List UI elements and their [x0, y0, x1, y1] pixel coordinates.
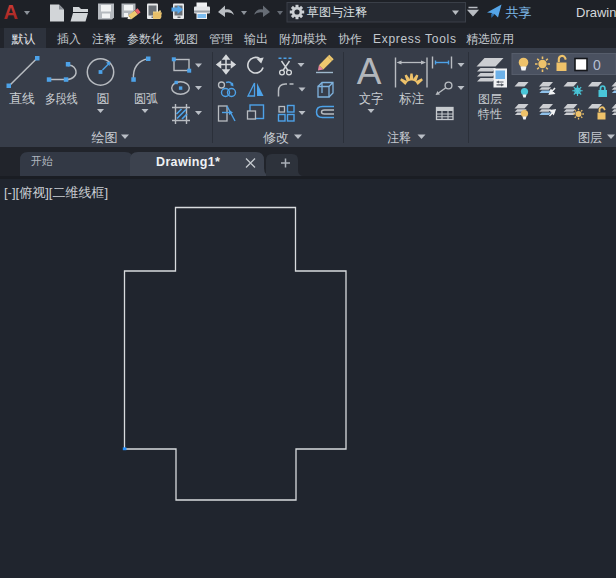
svg-text:A: A — [357, 51, 382, 92]
svg-text:0: 0 — [593, 57, 601, 73]
svg-text:A: A — [4, 1, 18, 23]
